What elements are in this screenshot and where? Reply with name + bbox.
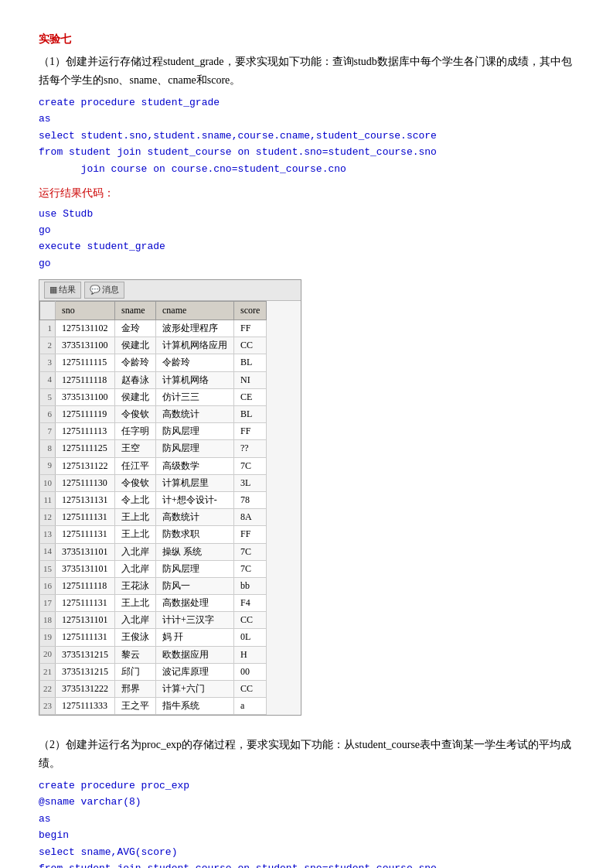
cell-score: 8A <box>234 509 267 526</box>
section2-desc: （2）创建并运行名为proc_exp的存储过程，要求实现如下功能：从studen… <box>39 736 574 773</box>
table-row: 23735131100侯建北计算机网络应用CC <box>40 337 267 354</box>
col-score: score <box>234 301 267 320</box>
cell-score: FF <box>234 423 267 440</box>
cell-sno: 3735131100 <box>56 337 115 354</box>
cell-sno: 1275111113 <box>56 423 115 440</box>
cell-cname: 计计+三汉字 <box>156 612 234 629</box>
cell-score: FF <box>234 526 267 543</box>
result-tab-label: 结果 <box>59 283 76 297</box>
row-number: 12 <box>40 509 56 526</box>
row-number: 6 <box>40 406 56 423</box>
row-number: 19 <box>40 629 56 646</box>
cell-sno: 1275111130 <box>56 474 115 491</box>
cell-sno: 1275111333 <box>56 698 115 715</box>
cell-cname: 计+想令设计- <box>156 491 234 508</box>
table-row: 153735131101入北岸防风层理7C <box>40 560 267 577</box>
table-row: 31275111115令龄玲令龄玲BL <box>40 354 267 371</box>
cell-cname: 计算机网络 <box>156 371 234 388</box>
cell-score: 7C <box>234 457 267 474</box>
cell-sno: 1275111131 <box>56 595 115 612</box>
cell-cname: 计算机层里 <box>156 474 234 491</box>
table-row: 191275111131王俊泳妈 幵0L <box>40 629 267 646</box>
row-number: 15 <box>40 560 56 577</box>
cell-cname: 计算机网络应用 <box>156 337 234 354</box>
row-number: 22 <box>40 681 56 698</box>
cell-score: 3L <box>234 474 267 491</box>
cell-score: 00 <box>234 663 267 680</box>
cell-sno: 1275111131 <box>56 526 115 543</box>
section-title: 实验七 <box>39 31 574 48</box>
cell-cname: 令龄玲 <box>156 354 234 371</box>
cell-sno: 1275111115 <box>56 354 115 371</box>
cell-cname: 高数据处理 <box>156 595 234 612</box>
cell-sname: 王之平 <box>115 698 156 715</box>
cell-sno: 3735131100 <box>56 388 115 405</box>
cell-score: 0L <box>234 629 267 646</box>
cell-cname: 高级数学 <box>156 457 234 474</box>
table-row: 61275111119令俊钦高数统计BL <box>40 406 267 423</box>
cell-sname: 王上北 <box>115 509 156 526</box>
table-row: 231275111333王之平指牛系统a <box>40 698 267 715</box>
row-number: 16 <box>40 577 56 594</box>
section1-desc: （1）创建并运行存储过程student_grade，要求实现如下功能：查询stu… <box>39 53 574 90</box>
cell-cname: 指牛系统 <box>156 698 234 715</box>
cell-cname: 计算+六门 <box>156 681 234 698</box>
cell-cname: 防风层理 <box>156 560 234 577</box>
cell-cname: 波形处理程序 <box>156 320 234 337</box>
cell-cname: 防风一 <box>156 577 234 594</box>
row-number: 13 <box>40 526 56 543</box>
result-table-container: ▦ 结果 💬 消息 sno sname cname score 11275131… <box>39 279 301 716</box>
cell-score: CC <box>234 612 267 629</box>
row-number: 4 <box>40 371 56 388</box>
run-result-label-1: 运行结果代码： <box>39 185 574 202</box>
cell-sname: 入北岸 <box>115 560 156 577</box>
table-row: 171275111131王上北高数据处理F4 <box>40 595 267 612</box>
cell-sname: 令上北 <box>115 491 156 508</box>
cell-sno: 1275131122 <box>56 457 115 474</box>
row-number: 2 <box>40 337 56 354</box>
table-toolbar: ▦ 结果 💬 消息 <box>39 280 301 301</box>
cell-cname: 仿计三三 <box>156 388 234 405</box>
row-number: 20 <box>40 646 56 663</box>
table-row: 111275131131令上北计+想令设计-78 <box>40 491 267 508</box>
table-row: 161275111118王花泳防风一bb <box>40 577 267 594</box>
cell-sno: 3735131222 <box>56 681 115 698</box>
row-number: 7 <box>40 423 56 440</box>
table-row: 131275111131王上北防数求职FF <box>40 526 267 543</box>
table-row: 223735131222邢界计算+六门CC <box>40 681 267 698</box>
cell-sno: 1275131101 <box>56 612 115 629</box>
cell-sno: 1275111118 <box>56 371 115 388</box>
cell-sname: 令龄玲 <box>115 354 156 371</box>
cell-sname: 令俊钦 <box>115 406 156 423</box>
cell-sno: 3735131215 <box>56 663 115 680</box>
table-row: 181275131101入北岸计计+三汉字CC <box>40 612 267 629</box>
cell-cname: 防风层理 <box>156 440 234 457</box>
cell-score: ?? <box>234 440 267 457</box>
row-number: 17 <box>40 595 56 612</box>
msg-tab[interactable]: 💬 消息 <box>84 282 124 299</box>
cell-sno: 1275111131 <box>56 509 115 526</box>
cell-sname: 侯建北 <box>115 337 156 354</box>
data-table: sno sname cname score 11275131102金玲波形处理程… <box>39 301 267 716</box>
cell-sname: 邢界 <box>115 681 156 698</box>
table-row: 41275111118赵春泳计算机网络NI <box>40 371 267 388</box>
cell-sname: 入北岸 <box>115 612 156 629</box>
result-tab[interactable]: ▦ 结果 <box>44 282 81 299</box>
cell-sno: 1275111118 <box>56 577 115 594</box>
cell-score: CE <box>234 388 267 405</box>
cell-sno: 1275111131 <box>56 629 115 646</box>
cell-sname: 金玲 <box>115 320 156 337</box>
cell-score: 7C <box>234 543 267 560</box>
table-row: 91275131122任江平高级数学7C <box>40 457 267 474</box>
cell-cname: 防数求职 <box>156 526 234 543</box>
cell-score: CC <box>234 337 267 354</box>
cell-score: bb <box>234 577 267 594</box>
cell-score: a <box>234 698 267 715</box>
cell-score: NI <box>234 371 267 388</box>
table-row: 53735131100侯建北仿计三三CE <box>40 388 267 405</box>
table-row: 101275111130令俊钦计算机层里3L <box>40 474 267 491</box>
cell-sno: 3735131101 <box>56 543 115 560</box>
cell-cname: 欧数据应用 <box>156 646 234 663</box>
row-number: 18 <box>40 612 56 629</box>
cell-score: 78 <box>234 491 267 508</box>
